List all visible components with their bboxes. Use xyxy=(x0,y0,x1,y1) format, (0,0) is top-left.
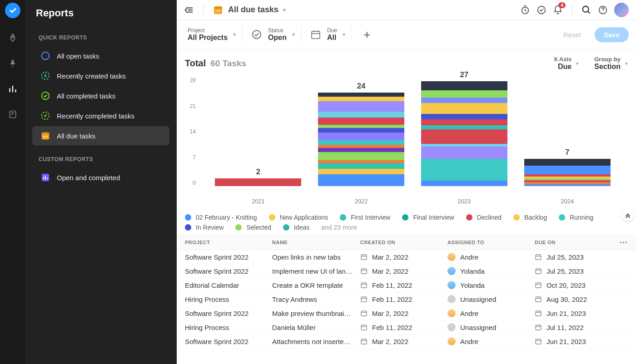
legend-item[interactable]: Final Interview xyxy=(402,214,454,221)
clock-add-icon xyxy=(40,71,50,81)
sidebar-item-label: All completed tasks xyxy=(57,92,115,100)
bar-value-label: 7 xyxy=(565,148,569,157)
sidebar-item[interactable]: Recently completed tasks xyxy=(32,106,169,125)
bar-segment xyxy=(318,163,404,169)
chevron-down-icon: ▾ xyxy=(343,31,345,38)
avatar-icon xyxy=(447,267,456,275)
svg-rect-24 xyxy=(536,255,541,260)
col-created-header[interactable]: CREATED ON xyxy=(360,240,447,245)
add-filter-button[interactable]: + xyxy=(360,28,374,41)
col-due-header[interactable]: DUE ON xyxy=(535,240,620,245)
pin-icon[interactable] xyxy=(7,58,18,69)
svg-rect-25 xyxy=(361,269,367,274)
bar-segment xyxy=(215,178,301,186)
cell-project: Software Sprint 2022 xyxy=(185,253,272,261)
sidebar: Reports QUICK REPORTS All open tasksRece… xyxy=(25,0,177,364)
table-row[interactable]: Software Sprint 2022Open links in new ta… xyxy=(177,250,636,264)
table-row[interactable]: Software Sprint 2022Implement new UI of … xyxy=(177,264,636,278)
legend-more[interactable]: and 23 more xyxy=(321,224,357,231)
table-row[interactable]: Software Sprint 2022Attachments not inse… xyxy=(177,334,636,349)
groupby-selector[interactable]: Group by Section ▾ xyxy=(594,56,628,71)
svg-point-14 xyxy=(216,10,217,11)
table-row[interactable]: Hiring ProcessDaniela MüllerFeb 11, 2022… xyxy=(177,320,636,334)
bar-segment xyxy=(421,103,507,114)
reports-rail-icon[interactable] xyxy=(7,84,18,94)
app-logo[interactable] xyxy=(5,3,20,18)
legend-item[interactable]: First Interview xyxy=(340,214,390,221)
cell-created: Mar 2, 2022 xyxy=(360,310,447,317)
col-project-header[interactable]: PROJECT xyxy=(185,240,272,245)
legend-item[interactable]: Declined xyxy=(466,214,502,221)
legend-label: 02 February - Knitting xyxy=(196,214,257,221)
col-assigned-header[interactable]: ASSIGNED TO xyxy=(447,240,535,245)
rocket-icon[interactable] xyxy=(7,33,18,44)
legend-label: Running xyxy=(570,214,593,221)
swatch-icon xyxy=(513,214,520,221)
save-button[interactable]: Save xyxy=(595,27,629,42)
timer-icon[interactable] xyxy=(520,5,530,15)
chevron-down-icon: ▾ xyxy=(233,31,236,38)
bar-segment xyxy=(421,98,507,103)
bar-group[interactable]: 24 xyxy=(316,82,407,186)
legend-item[interactable]: Selected xyxy=(235,224,271,231)
page-title: All due tasks xyxy=(228,5,278,15)
legend-item[interactable]: Running xyxy=(559,214,593,221)
collapse-chart-button[interactable] xyxy=(621,209,634,221)
cell-name: Attachments not inserte… xyxy=(272,338,360,345)
table-row[interactable]: Editorial CalendarCreate a OKR templateF… xyxy=(177,278,636,292)
chevron-down-icon: ▾ xyxy=(283,7,286,13)
calendar-icon xyxy=(360,338,368,345)
svg-rect-31 xyxy=(361,311,367,316)
x-axis-selector[interactable]: X Axis Due ▾ xyxy=(554,56,579,71)
bar-segment xyxy=(318,112,404,118)
legend-item[interactable]: 02 February - Knitting xyxy=(185,214,257,221)
table-row[interactable]: Hiring ProcessTracy AndrewsFeb 11, 2022U… xyxy=(177,292,636,306)
search-icon[interactable] xyxy=(581,5,591,15)
sidebar-item[interactable]: Open and completed xyxy=(32,168,169,187)
bar-group[interactable]: 7 xyxy=(522,148,613,186)
filter-due[interactable]: Due All ▾ xyxy=(306,25,352,44)
svg-point-15 xyxy=(218,10,219,11)
filter-value: Open xyxy=(268,34,287,42)
bar-group[interactable]: 27 xyxy=(419,70,510,186)
collapse-sidebar-icon[interactable] xyxy=(184,5,194,15)
legend-label: New Applications xyxy=(280,214,328,221)
col-name-header[interactable]: NAME xyxy=(272,240,360,245)
cell-created: Mar 2, 2022 xyxy=(360,253,447,261)
sidebar-item[interactable]: All due tasks xyxy=(32,126,169,145)
cell-assigned: Andre xyxy=(447,253,535,261)
filter-status[interactable]: Status Open ▾ xyxy=(247,25,302,44)
legend-item[interactable]: Ideas xyxy=(283,224,309,231)
bar-segment xyxy=(318,160,404,163)
cell-due: Jul 25, 2023 xyxy=(535,253,628,261)
quick-reports-label: QUICK REPORTS xyxy=(29,30,173,45)
sidebar-item[interactable]: Recently created tasks xyxy=(32,66,169,85)
help-icon[interactable] xyxy=(598,5,608,15)
avatar-icon xyxy=(447,337,456,345)
bar-segment xyxy=(421,90,507,97)
cell-assigned: Andre xyxy=(447,337,535,345)
legend-item[interactable]: Backlog xyxy=(513,214,547,221)
cell-due: Aug 30, 2022 xyxy=(535,295,628,303)
bar-segment xyxy=(421,147,507,159)
more-columns-icon[interactable]: ••• xyxy=(620,240,628,245)
reset-button[interactable]: Reset xyxy=(554,27,590,42)
legend-item[interactable]: In Review xyxy=(185,224,224,231)
table-row[interactable]: Software Sprint 2022Make preview thumbna… xyxy=(177,306,636,320)
svg-point-10 xyxy=(47,136,48,137)
sidebar-item[interactable]: All completed tasks xyxy=(32,86,169,105)
x-tick: 2021 xyxy=(213,198,303,205)
bar-group[interactable]: 2 xyxy=(213,167,303,186)
page-title-group[interactable]: All due tasks ▾ xyxy=(213,5,286,15)
topbar: All due tasks ▾ 4 xyxy=(177,0,636,20)
notes-icon[interactable] xyxy=(7,109,18,120)
check-circle-icon[interactable] xyxy=(537,5,547,15)
sidebar-item[interactable]: All open tasks xyxy=(32,46,169,65)
bar-segment xyxy=(318,118,404,124)
legend-item[interactable]: New Applications xyxy=(269,214,328,221)
user-avatar[interactable] xyxy=(614,3,629,17)
bar-segment xyxy=(524,166,611,174)
bell-icon[interactable]: 4 xyxy=(553,5,563,15)
legend-label: Ideas xyxy=(294,224,309,231)
filter-project[interactable]: Project All Projects ▾ xyxy=(184,25,243,44)
